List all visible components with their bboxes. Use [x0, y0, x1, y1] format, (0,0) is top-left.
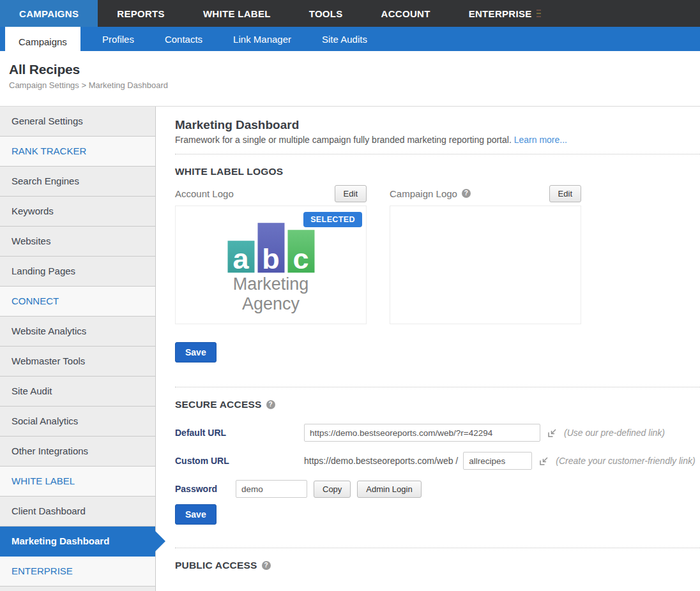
sidebar-category-rank-tracker[interactable]: RANK TRACKER [0, 137, 155, 167]
default-url-row: Default URL (Use our pre-defined link) [175, 424, 700, 442]
subnav-tab-profiles[interactable]: Profiles [93, 27, 143, 51]
open-default-url-icon[interactable] [547, 428, 557, 438]
sidebar-category-connect[interactable]: CONNECT [0, 287, 155, 317]
default-url-input[interactable] [304, 424, 540, 442]
subnav-tab-campaigns[interactable]: Campaigns [5, 27, 80, 57]
password-input[interactable] [236, 480, 307, 498]
subnav-tab-contacts[interactable]: Contacts [156, 27, 211, 51]
sidebar-item-keywords[interactable]: Keywords [0, 197, 155, 227]
topnav-reports[interactable]: REPORTS [98, 0, 184, 27]
settings-sidebar: General Settings RANK TRACKER Search Eng… [0, 107, 156, 591]
custom-url-note: (Create your customer-friendly link) [556, 456, 695, 466]
subnav-contacts-label: Contacts [165, 34, 202, 45]
divider [175, 154, 700, 154]
account-logo-label: Account Logo [175, 188, 234, 199]
topnav-enterprise[interactable]: ENTERPRISE [450, 0, 560, 27]
secure-access-header: SECURE ACCESS ? [175, 399, 700, 410]
topnav-reports-label: REPORTS [117, 8, 165, 19]
custom-url-prefix: https://demo.bestseoreports.com/web / [304, 456, 458, 466]
topnav-campaigns-label: CAMPAIGNS [19, 8, 79, 19]
public-access-header: PUBLIC ACCESS ? [175, 560, 700, 571]
campaign-logo-label: Campaign Logo [390, 188, 457, 199]
sidebar-item-search-engines[interactable]: Search Engines [0, 167, 155, 197]
breadcrumb: Campaign Settings > Marketing Dashboard [9, 80, 691, 90]
white-label-logos-header: WHITE LABEL LOGOS [175, 166, 700, 177]
subnav-campaigns-label: Campaigns [19, 36, 67, 47]
secure-access-help-icon[interactable]: ? [266, 400, 275, 409]
learn-more-link[interactable]: Learn more... [514, 135, 567, 145]
sidebar-item-general-settings[interactable]: General Settings [0, 107, 155, 137]
topnav-campaigns[interactable]: CAMPAIGNS [0, 0, 98, 27]
topnav-account-label: ACCOUNT [381, 8, 430, 19]
custom-url-row: Custom URL https://demo.bestseoreports.c… [175, 452, 700, 470]
sidebar-item-client-dashboard[interactable]: Client Dashboard [0, 497, 155, 527]
secure-access-save-button[interactable]: Save [175, 504, 217, 525]
account-logo-column: Account Logo Edit SELECTED a b c Marketi… [175, 181, 367, 324]
logo-caption: Marketing Agency [224, 274, 319, 314]
logo-bar-a: a [227, 241, 254, 273]
sub-nav: Campaigns Profiles Contacts Link Manager… [0, 27, 700, 51]
enterprise-badge-icon [536, 10, 541, 17]
subnav-profiles-label: Profiles [102, 34, 134, 45]
custom-url-label: Custom URL [175, 456, 304, 466]
secure-access-title: SECURE ACCESS [175, 399, 262, 410]
copy-button[interactable]: Copy [314, 481, 351, 498]
logo-row: Account Logo Edit SELECTED a b c Marketi… [175, 181, 700, 324]
campaign-logo-help-icon[interactable]: ? [462, 189, 471, 198]
sidebar-item-social-analytics[interactable]: Social Analytics [0, 407, 155, 437]
account-logo-edit-button[interactable]: Edit [335, 185, 367, 202]
page-header: All Recipes Campaign Settings > Marketin… [0, 51, 700, 106]
sidebar-item-webmaster-tools[interactable]: Webmaster Tools [0, 347, 155, 377]
subnav-tab-site-audits[interactable]: Site Audits [313, 27, 376, 51]
subnav-tab-link-manager[interactable]: Link Manager [224, 27, 300, 51]
default-url-note: (Use our pre-defined link) [564, 428, 665, 438]
main-content: Marketing Dashboard Framework for a sing… [156, 107, 700, 591]
white-label-logos-title: WHITE LABEL LOGOS [175, 166, 283, 177]
top-nav: CAMPAIGNS REPORTS WHITE LABEL TOOLS ACCO… [0, 0, 700, 27]
subnav-site-audits-label: Site Audits [322, 34, 367, 45]
sidebar-item-marketing-dashboard[interactable]: Marketing Dashboard [0, 527, 155, 557]
sidebar-item-other-integrations[interactable]: Other Integrations [0, 437, 155, 467]
divider [175, 548, 700, 548]
description-text: Framework for a single or multiple campa… [175, 135, 512, 145]
sidebar-item-landing-pages[interactable]: Landing Pages [0, 257, 155, 287]
topnav-enterprise-label: ENTERPRISE [469, 8, 532, 19]
logo-bar-b: b [257, 223, 284, 273]
account-logo-box[interactable]: SELECTED a b c Marketing Agency [175, 206, 367, 324]
sidebar-item-website-analytics[interactable]: Website Analytics [0, 317, 155, 347]
topnav-tools-label: TOOLS [309, 8, 343, 19]
open-custom-url-icon[interactable] [539, 456, 549, 466]
topnav-white-label[interactable]: WHITE LABEL [184, 0, 290, 27]
sidebar-category-white-label[interactable]: WHITE LABEL [0, 467, 155, 497]
topnav-white-label-label: WHITE LABEL [203, 8, 271, 19]
default-url-label: Default URL [175, 428, 304, 438]
sidebar-category-enterprise[interactable]: ENTERPRISE [0, 557, 155, 587]
campaign-logo-column: Campaign Logo ? Edit [390, 181, 581, 324]
admin-login-button[interactable]: Admin Login [357, 481, 421, 498]
divider [175, 387, 700, 387]
public-access-title: PUBLIC ACCESS [175, 560, 257, 571]
public-access-help-icon[interactable]: ? [262, 561, 271, 570]
sidebar-item-websites[interactable]: Websites [0, 227, 155, 257]
topnav-account[interactable]: ACCOUNT [362, 0, 450, 27]
content-title: Marketing Dashboard [175, 118, 700, 132]
topnav-tools[interactable]: TOOLS [290, 0, 362, 27]
body-wrap: General Settings RANK TRACKER Search Eng… [0, 106, 700, 591]
logos-save-button[interactable]: Save [175, 342, 217, 363]
sidebar-item-site-audit[interactable]: Site Audit [0, 377, 155, 407]
password-label: Password [175, 484, 236, 494]
subnav-link-manager-label: Link Manager [233, 34, 291, 45]
logo-bar-c: c [287, 230, 314, 273]
campaign-logo-edit-button[interactable]: Edit [549, 185, 581, 202]
content-description: Framework for a single or multiple campa… [175, 135, 700, 145]
abc-marketing-agency-logo: a b c Marketing Agency [224, 223, 319, 314]
page-title: All Recipes [9, 62, 691, 77]
password-row: Password Copy Admin Login [175, 480, 700, 498]
campaign-logo-box[interactable] [390, 206, 581, 324]
custom-url-input[interactable] [463, 452, 532, 470]
